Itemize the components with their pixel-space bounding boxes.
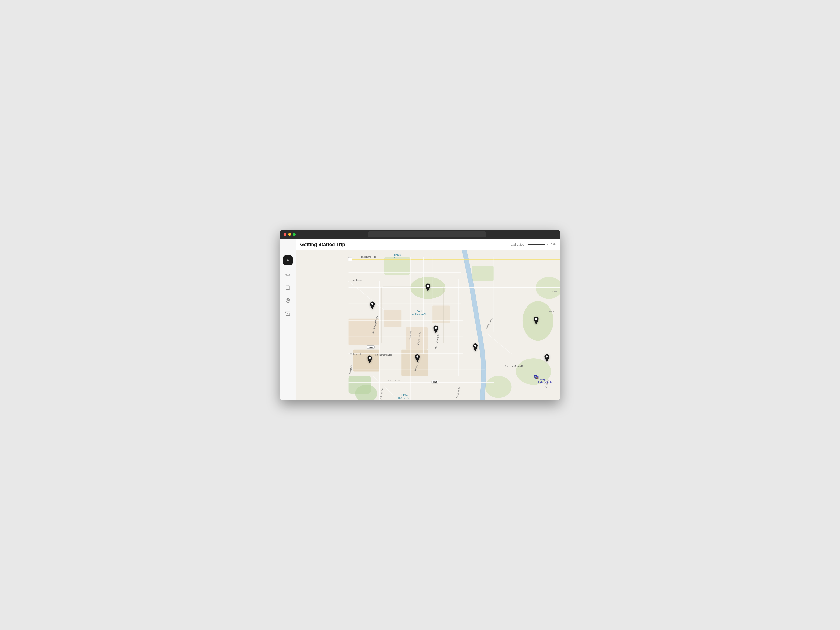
svg-point-17 xyxy=(485,376,512,398)
svg-point-97 xyxy=(435,327,437,329)
archive-icon[interactable] xyxy=(284,310,292,317)
close-button[interactable] xyxy=(284,233,286,236)
svg-point-5 xyxy=(289,302,290,303)
svg-point-96 xyxy=(427,285,429,287)
map-pin-4[interactable] xyxy=(366,355,373,364)
progress-count: 4/10 th xyxy=(547,243,556,246)
svg-text:Railway Station: Railway Station xyxy=(538,381,553,384)
app-content: ← + xyxy=(280,239,560,400)
sunrise-icon[interactable] xyxy=(284,270,292,278)
svg-text:Charoen Muang Rd: Charoen Muang Rd xyxy=(505,365,524,368)
svg-text:Suthep Rd: Suthep Rd xyxy=(351,353,361,355)
trip-header: Getting Started Trip +add dates 4/10 th xyxy=(296,239,560,250)
svg-text:Huai Kaeo: Huai Kaeo xyxy=(351,279,362,281)
maximize-button[interactable] xyxy=(293,233,295,236)
map-pin-6[interactable] xyxy=(472,343,478,352)
title-bar-center xyxy=(297,231,556,237)
map-pin-1[interactable] xyxy=(369,302,375,310)
svg-point-4 xyxy=(287,300,289,301)
svg-text:CHANG: CHANG xyxy=(393,254,401,256)
svg-text:🚉: 🚉 xyxy=(534,375,537,378)
calendar-icon[interactable] xyxy=(284,284,292,291)
trip-title: Getting Started Trip xyxy=(300,242,505,248)
map-pin-2[interactable] xyxy=(425,284,431,292)
svg-text:Super..: Super.. xyxy=(553,291,559,293)
svg-text:Chang Lo Rd: Chang Lo Rd xyxy=(387,379,399,382)
main-content: Getting Started Trip +add dates 4/10 th xyxy=(296,239,560,400)
svg-rect-0 xyxy=(286,286,290,290)
address-bar[interactable] xyxy=(368,231,486,237)
map-pin-icon[interactable] xyxy=(284,297,292,305)
add-dates-button[interactable]: +add dates xyxy=(509,243,524,246)
map-pin-5[interactable] xyxy=(414,354,420,363)
add-button[interactable]: + xyxy=(283,256,293,265)
svg-text:Thepharak Rd: Thepharak Rd xyxy=(361,256,376,258)
svg-text:BAN: BAN xyxy=(417,310,422,313)
map-pin-7[interactable] xyxy=(533,317,539,325)
map-area[interactable]: 1 🚂 Thepharak Rd CHANG K Huai Kaeo Bun R… xyxy=(296,250,560,400)
svg-rect-11 xyxy=(472,266,494,281)
svg-point-95 xyxy=(371,303,373,305)
back-button[interactable]: ← xyxy=(284,242,292,250)
svg-text:1005: 1005 xyxy=(368,346,373,349)
svg-text:1: 1 xyxy=(350,258,351,260)
svg-point-99 xyxy=(416,355,418,357)
svg-rect-20 xyxy=(384,310,402,328)
title-bar xyxy=(280,230,560,239)
svg-point-101 xyxy=(535,318,537,320)
svg-text:PRIME: PRIME xyxy=(400,393,407,396)
progress-bar xyxy=(527,244,545,245)
svg-text:K: K xyxy=(394,257,395,259)
map-pin-3[interactable] xyxy=(433,325,439,334)
browser-window: ← + xyxy=(280,230,560,400)
map-background: 1 🚂 Thepharak Rd CHANG K Huai Kaeo Bun R… xyxy=(296,250,560,400)
svg-text:CBP S..: CBP S.. xyxy=(548,310,555,313)
svg-text:WIPHAWADI: WIPHAWADI xyxy=(412,313,426,316)
sidebar: ← + xyxy=(280,239,296,400)
svg-point-102 xyxy=(546,355,548,357)
svg-rect-19 xyxy=(353,350,379,372)
minimize-button[interactable] xyxy=(288,233,291,236)
svg-text:Ratchamanka Rd: Ratchamanka Rd xyxy=(375,354,392,356)
svg-rect-6 xyxy=(286,312,290,313)
svg-text:1141: 1141 xyxy=(433,381,437,383)
map-pin-8[interactable] xyxy=(544,354,550,363)
svg-point-98 xyxy=(369,357,371,359)
progress-bar-container: 4/10 th xyxy=(527,243,556,246)
svg-text:HORIZON: HORIZON xyxy=(398,396,409,399)
svg-point-100 xyxy=(474,344,477,347)
